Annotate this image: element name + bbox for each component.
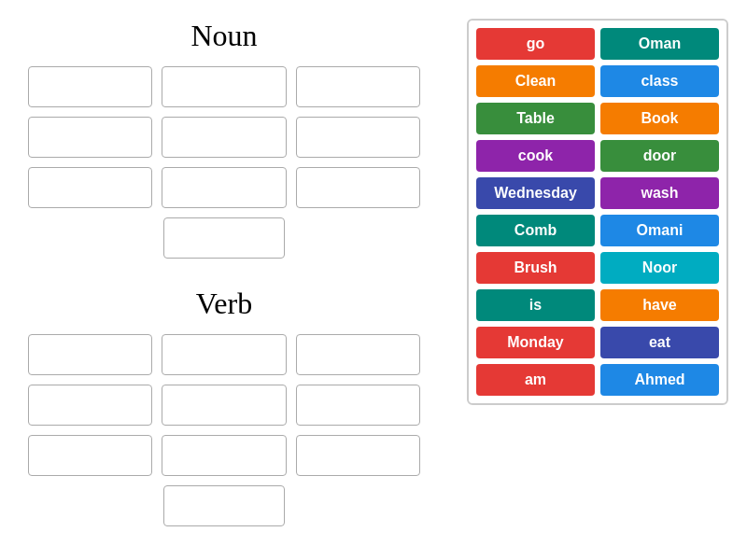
verb-drop-8[interactable]: [162, 435, 286, 476]
word-tile-wash[interactable]: wash: [600, 177, 719, 209]
noun-drop-2[interactable]: [162, 66, 286, 107]
noun-drop-9[interactable]: [296, 167, 420, 208]
noun-drop-6[interactable]: [296, 117, 420, 158]
word-tile-have[interactable]: have: [600, 289, 719, 321]
verb-title: Verb: [28, 287, 420, 321]
verb-drop-2[interactable]: [162, 334, 286, 375]
verb-row-1: [28, 334, 420, 375]
verb-row-3: [28, 435, 420, 476]
word-tile-wednesday[interactable]: Wednesday: [476, 177, 595, 209]
word-tile-ahmed[interactable]: Ahmed: [600, 364, 719, 396]
verb-drop-5[interactable]: [162, 385, 286, 426]
noun-row-3: [28, 167, 420, 208]
verb-drop-4[interactable]: [28, 385, 152, 426]
word-tile-clean[interactable]: Clean: [476, 65, 595, 97]
word-tile-omani[interactable]: Omani: [600, 215, 719, 246]
verb-row-4: [28, 485, 420, 526]
noun-row-4: [28, 217, 420, 259]
word-tile-noor[interactable]: Noor: [600, 252, 719, 284]
word-tile-am[interactable]: am: [476, 364, 595, 396]
noun-row-2: [28, 117, 420, 158]
noun-drop-5[interactable]: [162, 117, 286, 158]
verb-drop-1[interactable]: [28, 334, 152, 375]
verb-section: Verb: [28, 287, 420, 526]
noun-row-1: [28, 66, 420, 107]
word-tile-book[interactable]: Book: [600, 103, 719, 134]
word-tile-table[interactable]: Table: [476, 103, 595, 134]
verb-drop-7[interactable]: [28, 435, 152, 476]
left-panel: Noun Verb: [28, 19, 420, 536]
noun-drop-3[interactable]: [296, 66, 420, 107]
verb-row-2: [28, 385, 420, 426]
word-tile-is[interactable]: is: [476, 289, 595, 321]
word-tile-go[interactable]: go: [476, 28, 595, 60]
verb-drop-10[interactable]: [163, 485, 285, 526]
word-tile-brush[interactable]: Brush: [476, 252, 595, 284]
noun-drop-7[interactable]: [28, 167, 152, 208]
word-tile-class[interactable]: class: [600, 65, 719, 97]
noun-drop-10[interactable]: [163, 217, 285, 259]
word-tile-oman[interactable]: Oman: [600, 28, 719, 60]
verb-drop-6[interactable]: [296, 385, 420, 426]
verb-drop-9[interactable]: [296, 435, 420, 476]
word-tile-monday[interactable]: Monday: [476, 327, 595, 358]
noun-title: Noun: [28, 19, 420, 53]
verb-drop-3[interactable]: [296, 334, 420, 375]
noun-drop-4[interactable]: [28, 117, 152, 158]
word-tiles-panel: goOmanCleanclassTableBookcookdoorWednesd…: [467, 19, 728, 405]
noun-section: Noun: [28, 19, 420, 259]
noun-drop-8[interactable]: [162, 167, 286, 208]
noun-drop-1[interactable]: [28, 66, 152, 107]
word-tile-comb[interactable]: Comb: [476, 215, 595, 246]
word-tile-eat[interactable]: eat: [600, 327, 719, 358]
word-tile-cook[interactable]: cook: [476, 140, 595, 172]
word-tile-door[interactable]: door: [600, 140, 719, 172]
